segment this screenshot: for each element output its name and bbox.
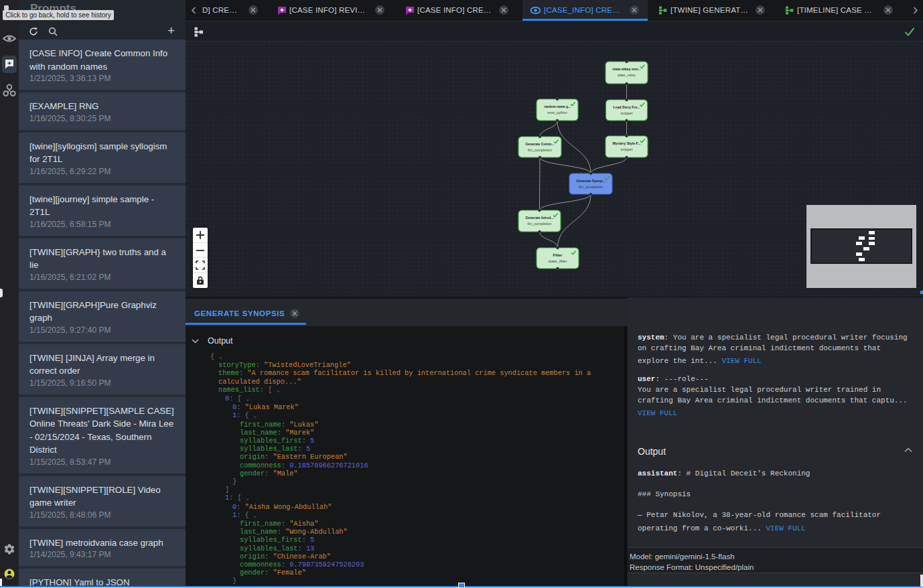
svg-text:llm_completion: llm_completion <box>579 185 603 189</box>
svg-text:snippet: snippet <box>621 147 633 151</box>
svg-text:snippet: snippet <box>621 111 633 115</box>
svg-text:Mystery Style F...: Mystery Style F... <box>613 141 641 145</box>
svg-text:llm_completion: llm_completion <box>528 148 552 152</box>
svg-text:state mkey stor...: state mkey stor... <box>612 66 641 71</box>
svg-text:Generate Comm...: Generate Comm... <box>526 141 555 146</box>
svg-text:Generate Introd...: Generate Introd... <box>526 215 554 220</box>
svg-text:llm_completion: llm_completion <box>528 222 552 226</box>
svg-text:state_filter: state_filter <box>549 259 567 263</box>
svg-text:exec_python: exec_python <box>548 111 567 115</box>
svg-text:Load Story For...: Load Story For... <box>614 104 640 109</box>
svg-text:random name g...: random name g... <box>544 104 571 108</box>
svg-text:Filter: Filter <box>553 252 563 257</box>
svg-text:state_mkey: state_mkey <box>618 73 636 77</box>
svg-text:Generate Synop...: Generate Synop... <box>577 178 606 183</box>
